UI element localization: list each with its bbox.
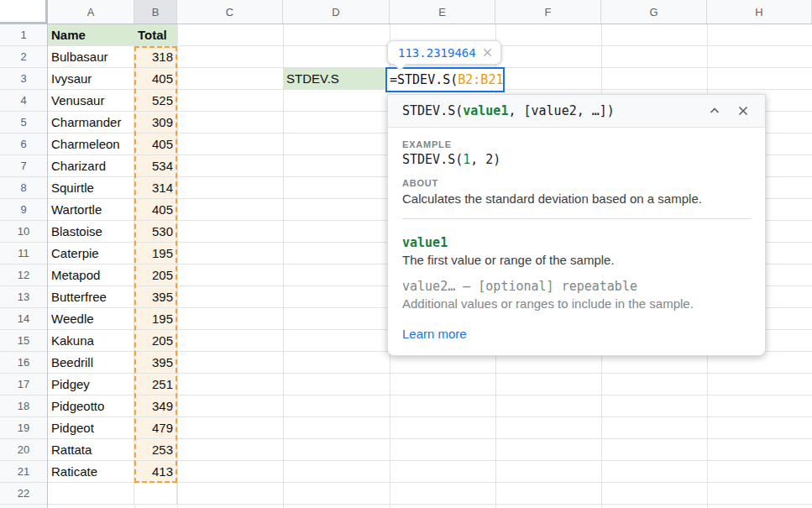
row-header-16[interactable]: 16: [0, 352, 47, 374]
column-headers: ABCDEFGH: [48, 0, 812, 24]
popup-divider: [402, 218, 752, 219]
row-header-9[interactable]: 9: [0, 199, 47, 221]
cell-total[interactable]: 534: [134, 155, 177, 177]
learn-more-link[interactable]: Learn more: [402, 327, 467, 341]
table-row: Pidgeot479: [48, 417, 178, 439]
column-header-F[interactable]: F: [495, 0, 601, 24]
cell-name[interactable]: Rattata: [48, 439, 134, 461]
table-empty-row: [48, 483, 178, 505]
cell-total[interactable]: 405: [134, 68, 177, 90]
cell-name[interactable]: Charmander: [48, 112, 134, 134]
row-header-3[interactable]: 3: [0, 68, 47, 90]
cell-name[interactable]: Blastoise: [48, 221, 134, 243]
cell-total[interactable]: 251: [134, 374, 177, 395]
row-header-11[interactable]: 11: [0, 243, 47, 264]
formula-range-ref: B2:B21: [458, 72, 503, 87]
cell-total[interactable]: 405: [134, 134, 177, 155]
table-row: Butterfree395: [48, 286, 178, 308]
row-header-20[interactable]: 20: [0, 439, 47, 461]
select-all-button[interactable]: [0, 0, 48, 24]
column-header-H[interactable]: H: [707, 0, 812, 24]
row-header-2[interactable]: 2: [0, 46, 47, 68]
popup-close-icon[interactable]: [733, 101, 753, 121]
cell-name[interactable]: Metapod: [48, 264, 134, 286]
cell-total[interactable]: 318: [134, 46, 177, 68]
row-header-4[interactable]: 4: [0, 90, 47, 112]
row-header-15[interactable]: 15: [0, 330, 47, 352]
row-header-8[interactable]: 8: [0, 177, 47, 199]
column-header-A[interactable]: A: [48, 0, 134, 24]
table-row: Charizard534: [48, 155, 178, 177]
function-help-popup: STDEV.S(value1, [value2, …]) EXAMPLE STD…: [387, 94, 766, 356]
row-header-12[interactable]: 12: [0, 264, 47, 286]
cell-name[interactable]: Pidgeot: [48, 417, 134, 439]
cell-name[interactable]: Venusaur: [48, 90, 134, 112]
cell-total[interactable]: 479: [134, 417, 177, 439]
cell-name[interactable]: Pidgey: [48, 374, 134, 395]
cell-total[interactable]: 253: [134, 439, 177, 461]
cell-total[interactable]: 205: [134, 330, 177, 352]
cell-name[interactable]: Beedrill: [48, 352, 134, 374]
column-header-C[interactable]: C: [177, 0, 283, 24]
row-header-5[interactable]: 5: [0, 112, 47, 134]
data-table: NameTotalBulbasaur318Ivysaur405Venusaur5…: [48, 24, 178, 505]
cell-total[interactable]: [134, 483, 177, 505]
row-header-13[interactable]: 13: [0, 286, 47, 308]
cell-name[interactable]: Raticate: [48, 461, 134, 483]
cell-name[interactable]: [48, 483, 134, 505]
cell-total[interactable]: 395: [134, 286, 177, 308]
gridline: [283, 24, 284, 508]
row-header-6[interactable]: 6: [0, 134, 47, 155]
preview-close-icon[interactable]: [483, 48, 492, 57]
table-header-row: NameTotal: [48, 24, 178, 46]
table-row: Beedrill395: [48, 352, 178, 374]
cell-total[interactable]: 413: [134, 461, 177, 483]
column-header-D[interactable]: D: [283, 0, 390, 24]
cell-name[interactable]: Wartortle: [48, 199, 134, 221]
cell-name[interactable]: Bulbasaur: [48, 46, 134, 68]
cell-name[interactable]: Butterfree: [48, 286, 134, 308]
cell-total[interactable]: 395: [134, 352, 177, 374]
cell-total[interactable]: 530: [134, 221, 177, 243]
table-row: Wartortle405: [48, 199, 178, 221]
cell-total[interactable]: 349: [134, 395, 177, 417]
table-row: Caterpie195: [48, 243, 178, 264]
cell-name[interactable]: Weedle: [48, 308, 134, 330]
row-header-1[interactable]: 1: [0, 24, 47, 46]
cell-total[interactable]: 195: [134, 308, 177, 330]
cell-total[interactable]: 405: [134, 199, 177, 221]
cell-name[interactable]: Ivysaur: [48, 68, 134, 90]
collapse-chevron-up-icon[interactable]: [705, 101, 725, 121]
param2-description: Additional values or ranges to include i…: [402, 296, 752, 311]
row-header-18[interactable]: 18: [0, 395, 47, 417]
formula-edit-cell[interactable]: =STDEV.S(B2:B21: [385, 67, 505, 92]
row-header-14[interactable]: 14: [0, 308, 47, 330]
table-row: Pidgeotto349: [48, 395, 178, 417]
cell-total[interactable]: 195: [134, 243, 177, 264]
cell-name[interactable]: Charmeleon: [48, 134, 134, 155]
cell-name[interactable]: Pidgeotto: [48, 395, 134, 417]
column-header-B[interactable]: B: [134, 0, 177, 24]
table-row: Rattata253: [48, 439, 178, 461]
row-header-17[interactable]: 17: [0, 374, 47, 395]
row-header-21[interactable]: 21: [0, 461, 47, 483]
cell-total[interactable]: 309: [134, 112, 177, 134]
cell-total[interactable]: 525: [134, 90, 177, 112]
cell-name[interactable]: Name: [48, 24, 134, 46]
cell-total[interactable]: 314: [134, 177, 177, 199]
row-header-22[interactable]: 22: [0, 483, 47, 505]
cell-name[interactable]: Charizard: [48, 155, 134, 177]
param1-name: value1: [402, 235, 752, 250]
cell-name[interactable]: Kakuna: [48, 330, 134, 352]
cell-d3-label[interactable]: STDEV.S: [283, 68, 390, 90]
row-header-19[interactable]: 19: [0, 417, 47, 439]
cell-total[interactable]: Total: [134, 24, 177, 46]
column-header-G[interactable]: G: [601, 0, 707, 24]
row-header-7[interactable]: 7: [0, 155, 47, 177]
cell-name[interactable]: Squirtle: [48, 177, 134, 199]
row-header-10[interactable]: 10: [0, 221, 47, 243]
cell-name[interactable]: Caterpie: [48, 243, 134, 264]
column-header-E[interactable]: E: [390, 0, 495, 24]
formula-prefix: =STDEV.S(: [390, 72, 458, 87]
cell-total[interactable]: 205: [134, 264, 177, 286]
